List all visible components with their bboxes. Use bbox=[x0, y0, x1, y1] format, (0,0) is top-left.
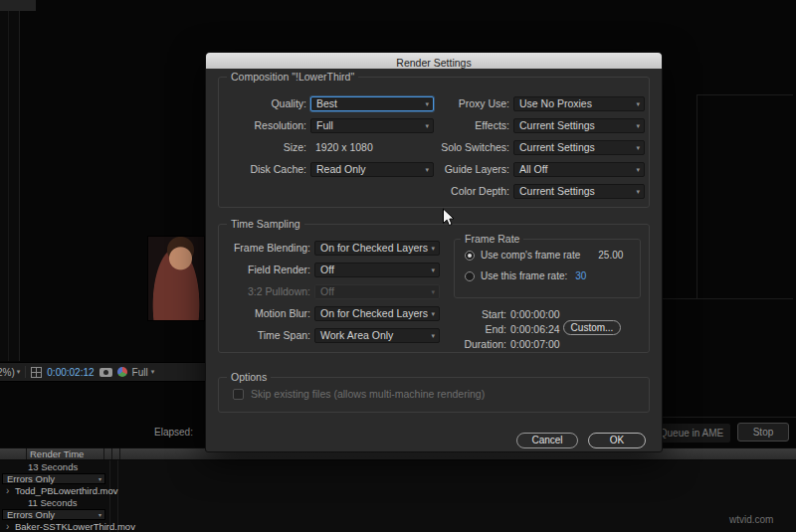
comp-frame-rate-value: 25.00 bbox=[598, 250, 623, 261]
show-channel-icon[interactable] bbox=[117, 367, 127, 377]
pulldown-value: Off bbox=[315, 285, 429, 298]
resolution-value: Full bbox=[132, 367, 148, 378]
toolbar-divider bbox=[25, 366, 26, 378]
resolution-dropdown[interactable]: Full ▾ bbox=[132, 367, 155, 378]
comp-frame-rate-option[interactable]: Use comp's frame rate 25.00 bbox=[465, 250, 623, 261]
radio-dot bbox=[468, 254, 472, 258]
column-divider bbox=[26, 448, 27, 459]
chevron-right-icon[interactable]: › bbox=[6, 485, 9, 497]
chevron-down-icon: ▾ bbox=[99, 511, 104, 518]
log-row: Errors Only ▾ bbox=[0, 473, 219, 485]
skip-existing-label: Skip existing files (allows multi-machin… bbox=[251, 388, 485, 401]
video-thumbnail bbox=[147, 236, 205, 321]
frame-blending-dropdown[interactable]: On for Checked Layers ▾ bbox=[314, 241, 440, 256]
radio-selected-icon[interactable] bbox=[465, 251, 475, 261]
chevron-down-icon: ▾ bbox=[429, 266, 439, 274]
solo-switches-dropdown[interactable]: Current Settings ▾ bbox=[513, 140, 645, 155]
resolution-label: Resolution: bbox=[221, 118, 306, 133]
options-legend: Options bbox=[227, 371, 271, 384]
chevron-right-icon[interactable]: › bbox=[6, 521, 9, 532]
color-depth-label: Color Depth: bbox=[398, 184, 509, 199]
dialog-titlebar[interactable]: Render Settings bbox=[206, 53, 662, 69]
cancel-button[interactable]: Cancel bbox=[516, 433, 578, 448]
radio-unselected-icon[interactable] bbox=[465, 271, 475, 281]
field-render-dropdown[interactable]: Off ▾ bbox=[314, 263, 440, 277]
time-span-dropdown[interactable]: Work Area Only ▾ bbox=[314, 328, 440, 343]
disk-cache-label: Disk Cache: bbox=[221, 162, 306, 177]
motion-blur-label: Motion Blur: bbox=[221, 306, 310, 321]
app-screen: 2%) ▾ 0:00:02:12 Full ▾ Elapsed: Queue i… bbox=[0, 0, 796, 532]
solo-switches-value: Current Settings bbox=[514, 141, 634, 154]
log-dropdown[interactable]: Errors Only ▾ bbox=[2, 509, 105, 520]
custom-button[interactable]: Custom... bbox=[563, 320, 621, 335]
panel-border bbox=[663, 298, 793, 299]
grid-options-icon[interactable] bbox=[31, 367, 42, 378]
chevron-down-icon: ▾ bbox=[151, 368, 155, 376]
start-value: 0:00:00:00 bbox=[510, 308, 560, 320]
render-time-row: 13 Seconds bbox=[0, 461, 219, 473]
timecode-display[interactable]: 0:00:02:12 bbox=[47, 367, 94, 378]
custom-frame-rate-value[interactable]: 30 bbox=[575, 270, 586, 281]
output-file-link[interactable]: Baker-SSTKLowerThird.mov bbox=[15, 521, 135, 532]
panel-border bbox=[696, 94, 697, 298]
chevron-down-icon: ▾ bbox=[429, 288, 439, 296]
frame-rate-legend: Frame Rate bbox=[461, 233, 523, 246]
composition-legend: Composition "!LowerThird" bbox=[227, 71, 358, 84]
time-sampling-legend: Time Sampling bbox=[227, 218, 304, 231]
column-divider bbox=[119, 448, 120, 459]
duration-value: 0:00:07:00 bbox=[510, 338, 560, 350]
pulldown-label: 3:2 Pulldown: bbox=[221, 284, 310, 299]
effects-label: Effects: bbox=[398, 118, 509, 133]
frame-rate-group: Frame Rate Use comp's frame rate 25.00 U… bbox=[454, 239, 641, 298]
render-time-value: 13 Seconds bbox=[28, 461, 78, 473]
dialog-body: Composition "!LowerThird" Quality: Best … bbox=[206, 69, 662, 452]
render-settings-dialog: Render Settings Composition "!LowerThird… bbox=[205, 52, 663, 452]
proxy-use-value: Use No Proxies bbox=[514, 97, 634, 110]
effects-dropdown[interactable]: Current Settings ▾ bbox=[513, 118, 645, 133]
proxy-use-dropdown[interactable]: Use No Proxies ▾ bbox=[513, 96, 645, 111]
queue-in-ame-button[interactable]: Queue in AME bbox=[653, 424, 730, 443]
panel-border bbox=[663, 417, 796, 418]
composition-group: Composition "!LowerThird" Quality: Best … bbox=[218, 77, 650, 208]
log-dropdown[interactable]: Errors Only ▾ bbox=[2, 473, 105, 484]
start-label: Start: bbox=[444, 308, 506, 320]
solo-switches-label: Solo Switches: bbox=[398, 140, 509, 155]
log-row: Errors Only ▾ bbox=[0, 509, 219, 521]
chevron-down-icon: ▾ bbox=[429, 245, 439, 253]
end-label: End: bbox=[444, 323, 506, 335]
chevron-down-icon: ▾ bbox=[634, 122, 644, 130]
end-value: 0:00:06:24 bbox=[510, 323, 560, 335]
stop-button[interactable]: Stop bbox=[737, 423, 789, 442]
guide-layers-dropdown[interactable]: All Off ▾ bbox=[513, 162, 645, 177]
chevron-down-icon: ▾ bbox=[634, 100, 644, 108]
chevron-down-icon: ▾ bbox=[429, 310, 439, 318]
chevron-down-icon: ▾ bbox=[634, 188, 644, 196]
options-group: Options Skip existing files (allows mult… bbox=[218, 377, 650, 413]
chevron-down-icon: ▾ bbox=[634, 166, 644, 174]
custom-frame-rate-option[interactable]: Use this frame rate: 30 bbox=[465, 270, 586, 281]
magnification-dropdown[interactable]: 2%) ▾ bbox=[0, 367, 20, 378]
guide-layers-value: All Off bbox=[514, 163, 634, 176]
snapshot-camera-icon[interactable] bbox=[100, 368, 112, 377]
chevron-down-icon: ▾ bbox=[634, 144, 644, 152]
field-render-value: Off bbox=[315, 264, 429, 276]
dialog-title: Render Settings bbox=[396, 57, 471, 69]
output-file-link[interactable]: Todd_PBLowerthird.mov bbox=[15, 485, 118, 497]
chevron-down-icon: ▾ bbox=[99, 475, 104, 482]
comp-frame-rate-label: Use comp's frame rate bbox=[481, 250, 580, 261]
motion-blur-dropdown[interactable]: On for Checked Layers ▾ bbox=[314, 306, 440, 321]
color-depth-dropdown[interactable]: Current Settings ▾ bbox=[513, 184, 645, 199]
composition-toolbar: 2%) ▾ 0:00:02:12 Full ▾ bbox=[0, 362, 205, 382]
frame-blending-value: On for Checked Layers bbox=[315, 242, 429, 255]
skip-existing-checkbox bbox=[233, 389, 244, 400]
left-panel-edge bbox=[0, 0, 20, 361]
quality-label: Quality: bbox=[221, 96, 306, 111]
render-time-column-header[interactable]: Render Time bbox=[30, 448, 84, 459]
output-row: › Todd_PBLowerthird.mov bbox=[0, 485, 219, 497]
proxy-use-label: Proxy Use: bbox=[398, 96, 509, 111]
camera-lens bbox=[103, 370, 108, 375]
frame-blending-label: Frame Blending: bbox=[221, 241, 310, 256]
pulldown-dropdown: Off ▾ bbox=[314, 284, 440, 299]
time-span-value: Work Area Only bbox=[315, 329, 429, 342]
ok-button[interactable]: OK bbox=[588, 433, 646, 448]
